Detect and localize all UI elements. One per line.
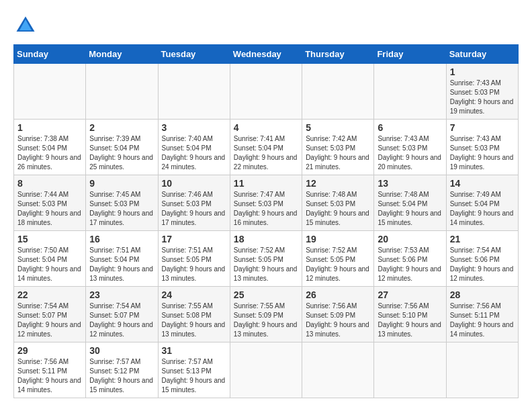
calendar-cell: 13Sunrise: 7:48 AMSunset: 5:04 PMDayligh… [374, 175, 446, 231]
calendar-cell: 15Sunrise: 7:50 AMSunset: 5:04 PMDayligh… [14, 231, 86, 287]
day-detail: Sunrise: 7:39 AMSunset: 5:04 PMDaylight:… [89, 134, 154, 172]
calendar-cell: 4Sunrise: 7:41 AMSunset: 5:04 PMDaylight… [230, 120, 302, 175]
calendar-cell: 30Sunrise: 7:57 AMSunset: 5:12 PMDayligh… [86, 342, 158, 398]
day-number: 23 [89, 289, 154, 300]
day-detail: Sunrise: 7:42 AMSunset: 5:03 PMDaylight:… [306, 134, 370, 172]
day-detail: Sunrise: 7:53 AMSunset: 5:06 PMDaylight:… [378, 246, 442, 283]
calendar-cell [302, 64, 374, 120]
calendar-table: SundayMondayTuesdayWednesdayThursdayFrid… [13, 44, 519, 398]
calendar-cell [374, 342, 446, 398]
logo [13, 13, 42, 38]
calendar-cell: 23Sunrise: 7:54 AMSunset: 5:07 PMDayligh… [86, 287, 158, 342]
calendar-cell [230, 342, 302, 398]
day-number: 6 [378, 122, 442, 133]
day-detail: Sunrise: 7:45 AMSunset: 5:03 PMDaylight:… [89, 190, 154, 228]
day-detail: Sunrise: 7:52 AMSunset: 5:05 PMDaylight:… [306, 246, 370, 283]
day-detail: Sunrise: 7:54 AMSunset: 5:06 PMDaylight:… [450, 246, 515, 283]
day-detail: Sunrise: 7:56 AMSunset: 5:11 PMDaylight:… [17, 357, 82, 395]
day-number: 11 [234, 178, 298, 189]
calendar-cell: 20Sunrise: 7:53 AMSunset: 5:06 PMDayligh… [374, 231, 446, 287]
day-detail: Sunrise: 7:55 AMSunset: 5:09 PMDaylight:… [234, 302, 298, 339]
day-detail: Sunrise: 7:56 AMSunset: 5:10 PMDaylight:… [378, 302, 442, 339]
day-detail: Sunrise: 7:43 AMSunset: 5:03 PMDaylight:… [378, 134, 442, 172]
calendar-cell [14, 64, 86, 120]
calendar-cell: 26Sunrise: 7:56 AMSunset: 5:09 PMDayligh… [302, 287, 374, 342]
calendar-cell: 5Sunrise: 7:42 AMSunset: 5:03 PMDaylight… [302, 120, 374, 175]
calendar-cell: 22Sunrise: 7:54 AMSunset: 5:07 PMDayligh… [14, 287, 86, 342]
day-number: 31 [162, 345, 226, 356]
day-number: 5 [306, 122, 370, 133]
day-number: 20 [378, 234, 442, 244]
day-number: 18 [234, 234, 298, 244]
weekday-header-saturday: Saturday [446, 45, 518, 64]
calendar-cell: 27Sunrise: 7:56 AMSunset: 5:10 PMDayligh… [374, 287, 446, 342]
day-number: 1 [450, 66, 515, 77]
calendar-cell [374, 64, 446, 120]
day-number: 13 [378, 178, 442, 189]
day-number: 17 [162, 234, 226, 244]
day-number: 21 [450, 234, 515, 244]
calendar-cell: 1Sunrise: 7:38 AMSunset: 5:04 PMDaylight… [14, 120, 86, 175]
day-detail: Sunrise: 7:56 AMSunset: 5:11 PMDaylight:… [450, 302, 515, 339]
weekday-header-sunday: Sunday [14, 45, 86, 64]
day-number: 10 [162, 178, 226, 189]
day-number: 22 [17, 289, 82, 300]
day-detail: Sunrise: 7:49 AMSunset: 5:04 PMDaylight:… [450, 190, 515, 228]
calendar-cell: 7Sunrise: 7:43 AMSunset: 5:03 PMDaylight… [446, 120, 518, 175]
calendar-cell: 24Sunrise: 7:55 AMSunset: 5:08 PMDayligh… [158, 287, 230, 342]
calendar-cell [86, 64, 158, 120]
calendar-cell: 19Sunrise: 7:52 AMSunset: 5:05 PMDayligh… [302, 231, 374, 287]
day-detail: Sunrise: 7:57 AMSunset: 5:13 PMDaylight:… [162, 357, 226, 395]
day-detail: Sunrise: 7:47 AMSunset: 5:03 PMDaylight:… [234, 190, 298, 228]
calendar-cell: 12Sunrise: 7:48 AMSunset: 5:03 PMDayligh… [302, 175, 374, 231]
day-detail: Sunrise: 7:41 AMSunset: 5:04 PMDaylight:… [234, 134, 298, 172]
day-number: 25 [234, 289, 298, 300]
calendar-cell: 8Sunrise: 7:44 AMSunset: 5:03 PMDaylight… [14, 175, 86, 231]
calendar-cell: 17Sunrise: 7:51 AMSunset: 5:05 PMDayligh… [158, 231, 230, 287]
day-number: 4 [234, 122, 298, 133]
day-detail: Sunrise: 7:46 AMSunset: 5:03 PMDaylight:… [162, 190, 226, 228]
day-detail: Sunrise: 7:43 AMSunset: 5:03 PMDaylight:… [450, 79, 515, 116]
day-number: 29 [17, 345, 82, 356]
calendar-cell: 29Sunrise: 7:56 AMSunset: 5:11 PMDayligh… [14, 342, 86, 398]
day-number: 30 [89, 345, 154, 356]
weekday-header-tuesday: Tuesday [158, 45, 230, 64]
day-number: 26 [306, 289, 370, 300]
day-number: 3 [162, 122, 226, 133]
day-number: 7 [450, 122, 515, 133]
calendar-cell: 31Sunrise: 7:57 AMSunset: 5:13 PMDayligh… [158, 342, 230, 398]
day-number: 24 [162, 289, 226, 300]
weekday-header-thursday: Thursday [302, 45, 374, 64]
day-number: 15 [17, 234, 82, 244]
calendar-cell [446, 342, 518, 398]
day-detail: Sunrise: 7:40 AMSunset: 5:04 PMDaylight:… [162, 134, 226, 172]
calendar-cell: 2Sunrise: 7:39 AMSunset: 5:04 PMDaylight… [86, 120, 158, 175]
day-number: 9 [89, 178, 154, 189]
day-number: 1 [17, 122, 82, 133]
day-detail: Sunrise: 7:51 AMSunset: 5:04 PMDaylight:… [89, 246, 154, 283]
calendar-cell: 6Sunrise: 7:43 AMSunset: 5:03 PMDaylight… [374, 120, 446, 175]
day-detail: Sunrise: 7:55 AMSunset: 5:08 PMDaylight:… [162, 302, 226, 339]
weekday-header-wednesday: Wednesday [230, 45, 302, 64]
calendar-cell: 21Sunrise: 7:54 AMSunset: 5:06 PMDayligh… [446, 231, 518, 287]
day-detail: Sunrise: 7:43 AMSunset: 5:03 PMDaylight:… [450, 134, 515, 172]
calendar-cell [302, 342, 374, 398]
calendar-cell [230, 64, 302, 120]
day-detail: Sunrise: 7:54 AMSunset: 5:07 PMDaylight:… [89, 302, 154, 339]
day-detail: Sunrise: 7:56 AMSunset: 5:09 PMDaylight:… [306, 302, 370, 339]
day-detail: Sunrise: 7:48 AMSunset: 5:04 PMDaylight:… [378, 190, 442, 228]
calendar-cell [158, 64, 230, 120]
day-number: 12 [306, 178, 370, 189]
calendar-cell: 14Sunrise: 7:49 AMSunset: 5:04 PMDayligh… [446, 175, 518, 231]
day-detail: Sunrise: 7:51 AMSunset: 5:05 PMDaylight:… [162, 246, 226, 283]
day-number: 19 [306, 234, 370, 244]
calendar-cell: 16Sunrise: 7:51 AMSunset: 5:04 PMDayligh… [86, 231, 158, 287]
day-number: 2 [89, 122, 154, 133]
calendar-cell: 28Sunrise: 7:56 AMSunset: 5:11 PMDayligh… [446, 287, 518, 342]
calendar-cell: 25Sunrise: 7:55 AMSunset: 5:09 PMDayligh… [230, 287, 302, 342]
day-detail: Sunrise: 7:44 AMSunset: 5:03 PMDaylight:… [17, 190, 82, 228]
day-detail: Sunrise: 7:48 AMSunset: 5:03 PMDaylight:… [306, 190, 370, 228]
page-header [13, 13, 519, 38]
calendar-cell: 10Sunrise: 7:46 AMSunset: 5:03 PMDayligh… [158, 175, 230, 231]
day-number: 8 [17, 178, 82, 189]
